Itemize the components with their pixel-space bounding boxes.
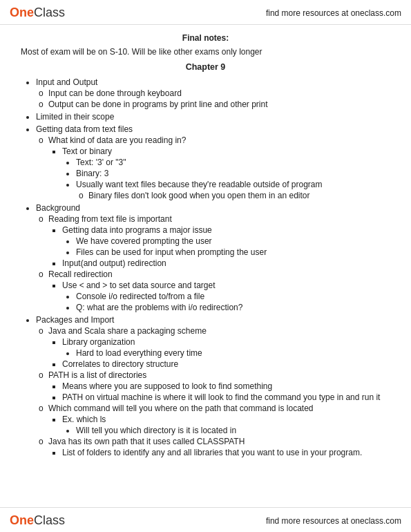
list-item: Input(and output) redirection bbox=[62, 258, 390, 268]
list-item: Input and Output Input can be done throu… bbox=[36, 77, 390, 109]
footer: OneClass find more resources at oneclass… bbox=[0, 507, 411, 532]
list-item: Files can be used for input when prompti… bbox=[76, 247, 390, 257]
footer-logo: OneClass bbox=[10, 513, 65, 528]
list-item: Use < and > to set data source and targe… bbox=[62, 281, 390, 312]
sub-list: Means where you are supposed to look to … bbox=[48, 381, 390, 402]
sub-list: List of folders to identify any and all … bbox=[48, 448, 390, 457]
list-item: Getting data from text files What kind o… bbox=[36, 124, 390, 200]
chapter-title: Chapter 9 bbox=[21, 62, 390, 72]
list-item: Text or binary Text: '3' or "3" Binary: … bbox=[62, 146, 390, 200]
sub-list: Reading from text file is important Gett… bbox=[36, 214, 390, 312]
footer-tagline: find more resources at oneclass.com bbox=[266, 516, 401, 526]
main-list: Input and Output Input can be done throu… bbox=[21, 77, 390, 457]
header: OneClass find more resources at oneclass… bbox=[0, 0, 411, 25]
list-item: PATH on virtual machine is where it will… bbox=[62, 392, 390, 402]
sub-list: Will tell you which directory is it is l… bbox=[62, 426, 390, 435]
list-item: Q: what are the problems with i/o redire… bbox=[76, 303, 390, 312]
list-item: Usually want text files because they're … bbox=[76, 180, 390, 200]
sub-list: Java and Scala share a packaging scheme … bbox=[36, 326, 390, 457]
sub-list: Input can be done through keyboard Outpu… bbox=[36, 88, 390, 109]
sub-list: We have covered prompting the user Files… bbox=[62, 236, 390, 257]
list-item: We have covered prompting the user bbox=[76, 236, 390, 246]
list-item: Java and Scala share a packaging scheme … bbox=[48, 326, 390, 369]
footer-logo-text: OneClass bbox=[10, 513, 65, 527]
list-item: List of folders to identify any and all … bbox=[62, 448, 390, 457]
list-item: Which command will tell you where on the… bbox=[48, 403, 390, 435]
main-content: Final notes: Most of exam will be on S-1… bbox=[0, 25, 411, 502]
list-item: Binary files don't look good when you op… bbox=[88, 191, 390, 200]
logo: OneClass bbox=[10, 6, 65, 20]
sub-list: Binary files don't look good when you op… bbox=[76, 191, 390, 200]
sub-list: Text or binary Text: '3' or "3" Binary: … bbox=[48, 146, 390, 200]
list-item: Packages and Import Java and Scala share… bbox=[36, 315, 390, 457]
list-item: Text: '3' or "3" bbox=[76, 158, 390, 167]
sub-list: Getting data into programs a major issue… bbox=[48, 225, 390, 268]
intro-text: Most of exam will be on S-10. Will be li… bbox=[21, 47, 390, 57]
sub-list: Hard to load everything every time bbox=[62, 348, 390, 358]
sub-list: Library organization Hard to load everyt… bbox=[48, 337, 390, 369]
sub-list: What kind of data are you reading in? Te… bbox=[36, 135, 390, 200]
list-item: Binary: 3 bbox=[76, 169, 390, 178]
sub-list: Use < and > to set data source and targe… bbox=[48, 281, 390, 312]
list-item: Output can be done in programs by print … bbox=[48, 99, 390, 109]
list-item: Limited in their scope bbox=[36, 112, 390, 122]
list-item: Getting data into programs a major issue… bbox=[62, 225, 390, 257]
sub-list: Console i/o redirected to/from a file Q:… bbox=[62, 292, 390, 312]
list-item: Background Reading from text file is imp… bbox=[36, 203, 390, 312]
list-item: Java has its own path that it uses calle… bbox=[48, 437, 390, 457]
list-item: Will tell you which directory is it is l… bbox=[76, 426, 390, 435]
sub-list: Text: '3' or "3" Binary: 3 Usually want … bbox=[62, 158, 390, 200]
list-item: Hard to load everything every time bbox=[76, 348, 390, 358]
list-item: Console i/o redirected to/from a file bbox=[76, 292, 390, 301]
list-item: Correlates to directory structure bbox=[62, 359, 390, 369]
list-item: Reading from text file is important Gett… bbox=[48, 214, 390, 268]
header-tagline: find more resources at oneclass.com bbox=[266, 8, 401, 18]
logo-text: OneClass bbox=[10, 6, 65, 19]
list-item: Means where you are supposed to look to … bbox=[62, 381, 390, 391]
list-item: Recall redirection Use < and > to set da… bbox=[48, 269, 390, 312]
sub-list: Ex. which ls Will tell you which directo… bbox=[48, 415, 390, 435]
list-item: Ex. which ls Will tell you which directo… bbox=[62, 415, 390, 435]
list-item: What kind of data are you reading in? Te… bbox=[48, 135, 390, 200]
list-item: PATH is a list of directories Means wher… bbox=[48, 370, 390, 402]
list-item: Input can be done through keyboard bbox=[48, 88, 390, 98]
page-title: Final notes: bbox=[21, 33, 390, 43]
list-item: Library organization Hard to load everyt… bbox=[62, 337, 390, 358]
